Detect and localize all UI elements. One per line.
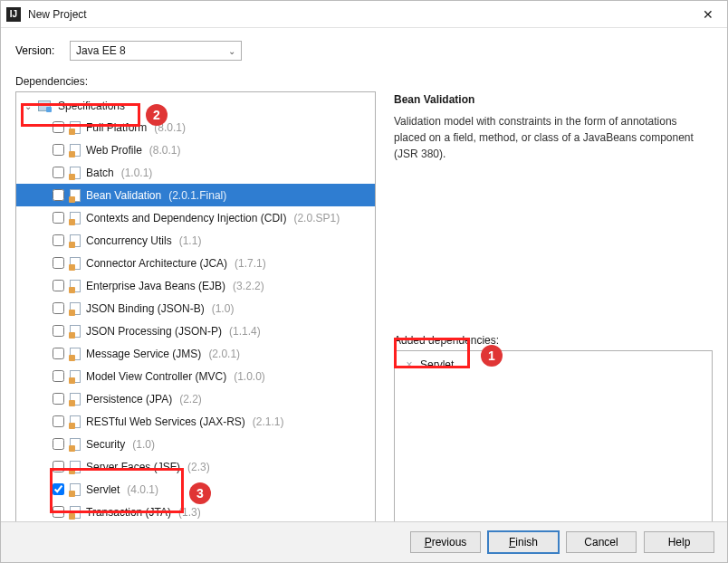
tree-item-name: Full Platform: [86, 121, 147, 134]
tree-item[interactable]: Full Platform (8.0.1): [16, 116, 375, 138]
tree-item-version: (2.1.1): [253, 415, 284, 428]
file-icon: [70, 121, 81, 134]
dependencies-tree[interactable]: ⌄ Specifications Full Platform (8.0.1)We…: [15, 91, 376, 530]
tree-item-checkbox[interactable]: [53, 280, 64, 291]
tree-item-version: (8.0.1): [149, 144, 181, 157]
file-icon: [70, 370, 81, 383]
tree-item[interactable]: Transaction (JTA) (1.3): [16, 501, 375, 523]
finish-button[interactable]: Finish: [488, 531, 559, 553]
cancel-button[interactable]: Cancel: [566, 531, 637, 553]
tree-item[interactable]: JSON Binding (JSON-B) (1.0): [16, 297, 375, 320]
tree-item[interactable]: Persistence (JPA) (2.2): [16, 387, 375, 410]
remove-icon[interactable]: ×: [404, 358, 415, 371]
added-dependency-name: Servlet: [420, 358, 454, 371]
folder-icon: [38, 100, 51, 111]
window-title: New Project: [28, 8, 694, 21]
tree-item-name: Security: [86, 438, 125, 451]
file-icon: [70, 348, 81, 360]
tree-item-checkbox[interactable]: [53, 393, 64, 405]
tree-item-checkbox[interactable]: [53, 348, 64, 359]
tree-item[interactable]: JSON Processing (JSON-P) (1.1.4): [16, 320, 375, 342]
added-dependencies-label: Added dependencies:: [394, 334, 713, 347]
tree-item-name: Web Profile: [86, 144, 142, 157]
tree-item-checkbox[interactable]: [53, 121, 64, 133]
tree-item-checkbox[interactable]: [53, 370, 64, 382]
tree-item-version: (8.0.1): [154, 121, 186, 134]
tree-item-version: (1.0): [132, 438, 155, 451]
tree-item-checkbox[interactable]: [53, 461, 64, 472]
tree-item-checkbox[interactable]: [53, 212, 64, 224]
help-button[interactable]: Help: [644, 531, 714, 553]
tree-item[interactable]: RESTful Web Services (JAX-RS) (2.1.1): [16, 410, 375, 433]
tree-item[interactable]: Batch (1.0.1): [16, 161, 375, 184]
tree-item[interactable]: Contexts and Dependency Injection (CDI) …: [16, 206, 375, 229]
tree-item-version: (1.1.4): [229, 325, 261, 338]
file-icon: [70, 415, 81, 428]
tree-item-name: Concurrency Utils: [86, 234, 172, 247]
tree-item-checkbox[interactable]: [53, 234, 64, 246]
tree-item-version: (2.0.1.Final): [168, 189, 226, 202]
tree-item-version: (2.0.1): [208, 348, 240, 360]
tree-item-version: (1.0.1): [121, 167, 153, 179]
tree-item-checkbox[interactable]: [53, 167, 64, 178]
tree-item-version: (1.3): [178, 506, 201, 519]
tree-item-name: JSON Processing (JSON-P): [86, 325, 222, 338]
previous-button[interactable]: Previous: [410, 531, 481, 553]
tree-item-name: Bean Validation: [86, 189, 161, 202]
file-icon: [70, 212, 81, 224]
tree-item-checkbox[interactable]: [53, 325, 64, 337]
file-icon: [70, 483, 81, 496]
tree-item-version: (4.0.1): [127, 483, 158, 496]
tree-item[interactable]: Servlet (4.0.1): [16, 478, 375, 501]
tree-item-version: (1.7.1): [235, 257, 266, 270]
footer: Previous Finish Cancel Help: [1, 521, 727, 562]
tree-item-checkbox[interactable]: [53, 189, 64, 201]
chevron-down-icon: ⌄: [22, 101, 34, 111]
tree-item-checkbox[interactable]: [53, 506, 64, 518]
tree-item-name: Model View Controller (MVC): [86, 370, 226, 383]
tree-item[interactable]: Model View Controller (MVC) (1.0.0): [16, 365, 375, 387]
file-icon: [70, 189, 81, 202]
tree-item-name: Enterprise Java Beans (EJB): [86, 280, 225, 292]
details-text: Validation model with constraints in the…: [394, 113, 702, 162]
tree-item-checkbox[interactable]: [53, 144, 64, 156]
tree-item-checkbox[interactable]: [53, 302, 64, 314]
file-icon: [70, 325, 81, 338]
version-value: Java EE 8: [76, 44, 126, 57]
tree-root-label: Specifications: [58, 100, 125, 112]
tree-item-name: Transaction (JTA): [86, 506, 171, 519]
tree-root-specifications[interactable]: ⌄ Specifications: [16, 98, 375, 116]
tree-item[interactable]: Connector Architecture (JCA) (1.7.1): [16, 252, 375, 274]
tree-item-checkbox[interactable]: [53, 483, 64, 495]
version-combobox[interactable]: Java EE 8 ⌄: [70, 41, 242, 61]
tree-item[interactable]: Web Profile (8.0.1): [16, 138, 375, 161]
tree-item-checkbox[interactable]: [53, 415, 64, 427]
tree-item-checkbox[interactable]: [53, 257, 64, 269]
tree-item-name: RESTful Web Services (JAX-RS): [86, 415, 245, 428]
file-icon: [70, 461, 81, 473]
tree-item[interactable]: Server Faces (JSF) (2.3): [16, 455, 375, 478]
file-icon: [70, 234, 81, 247]
file-icon: [70, 302, 81, 315]
tree-item-checkbox[interactable]: [53, 438, 64, 450]
tree-item[interactable]: Bean Validation (2.0.1.Final): [16, 184, 375, 206]
tree-item[interactable]: Concurrency Utils (1.1): [16, 229, 375, 252]
file-icon: [70, 393, 81, 406]
version-row: Version: Java EE 8 ⌄: [15, 41, 713, 61]
tree-item[interactable]: Security (1.0): [16, 433, 375, 455]
tree-item-version: (1.0): [212, 302, 235, 315]
content-area: Version: Java EE 8 ⌄ Dependencies: ⌄ Spe…: [1, 28, 727, 530]
tree-item-name: Batch: [86, 167, 114, 179]
close-button[interactable]: ✕: [694, 2, 722, 27]
tree-item-version: (2.3): [187, 461, 210, 473]
dependencies-label: Dependencies:: [15, 75, 713, 88]
tree-item[interactable]: Enterprise Java Beans (EJB) (3.2.2): [16, 274, 375, 297]
file-icon: [70, 280, 81, 292]
file-icon: [70, 438, 81, 451]
tree-item-name: Contexts and Dependency Injection (CDI): [86, 212, 286, 224]
tree-item[interactable]: Message Service (JMS) (2.0.1): [16, 342, 375, 365]
version-label: Version:: [15, 44, 62, 57]
file-icon: [70, 167, 81, 179]
titlebar: IJ New Project ✕: [1, 1, 727, 28]
main-area: ⌄ Specifications Full Platform (8.0.1)We…: [15, 91, 713, 530]
